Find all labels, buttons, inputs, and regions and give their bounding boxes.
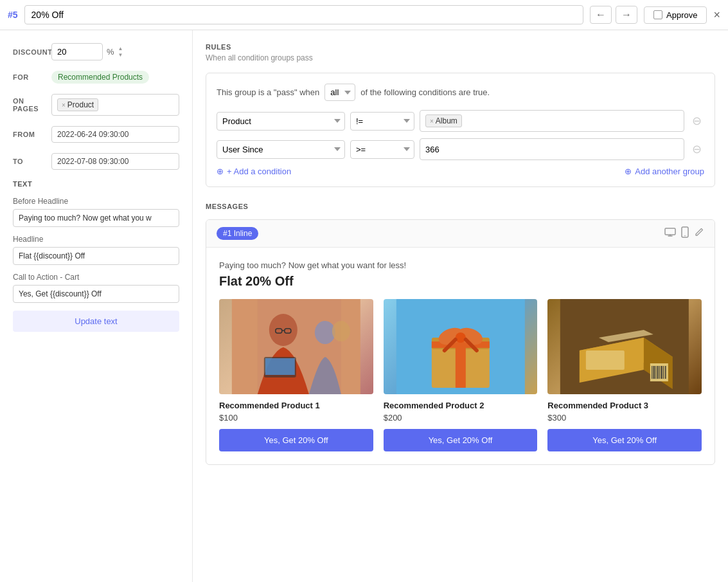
approve-label: Approve	[666, 10, 697, 20]
from-label: FROM	[13, 131, 51, 138]
approve-checkbox	[653, 10, 662, 19]
before-headline-label: Before Headline	[13, 197, 179, 206]
headline-label: Headline	[13, 235, 179, 244]
add-condition-label: + Add a condition	[227, 167, 291, 176]
close-button[interactable]: ×	[713, 8, 720, 22]
to-date-input[interactable]	[51, 153, 179, 170]
product-cta-btn-3[interactable]: Yes, Get 20% Off	[547, 429, 702, 451]
product-cta-btn-2[interactable]: Yes, Get 20% Off	[384, 429, 538, 451]
product-price-2: $200	[384, 413, 538, 423]
product-item-2: Recommended Product 2 $200 Yes, Get 20% …	[384, 299, 538, 451]
text-section-title: TEXT	[13, 180, 179, 188]
add-condition-icon: ⊕	[217, 167, 224, 176]
message-card: #1 Inline Paying too much?	[206, 219, 715, 465]
product-name-3: Recommended Product 3	[547, 401, 702, 410]
rules-title: RULES	[206, 43, 715, 51]
edit-icon-btn[interactable]	[694, 227, 704, 240]
condition-operator-select-1[interactable]: !=	[350, 112, 414, 131]
cta-label: Call to Action - Cart	[13, 273, 179, 282]
svg-rect-37	[586, 350, 625, 370]
from-date-input[interactable]	[51, 126, 179, 143]
svg-point-7	[332, 321, 350, 341]
preview-headline: Flat 20% Off	[219, 274, 702, 289]
condition-value-2[interactable]	[420, 138, 684, 160]
svg-point-20	[456, 332, 466, 343]
before-headline-input[interactable]	[13, 209, 179, 227]
svg-point-2	[684, 235, 686, 237]
add-group-label: Add another group	[635, 167, 704, 176]
condition-value-1[interactable]: × Album	[420, 110, 684, 132]
product-price-3: $300	[547, 413, 702, 423]
message-preview: Paying too much? Now get what you want f…	[206, 248, 715, 464]
add-condition-button[interactable]: ⊕ + Add a condition	[217, 167, 291, 176]
rules-box: This group is a "pass" when all of the f…	[206, 73, 715, 187]
svg-point-5	[269, 314, 297, 346]
value-tag-album: × Album	[425, 114, 462, 127]
group-pass-prefix: This group is a "pass" when	[217, 87, 319, 97]
mobile-icon-btn[interactable]	[681, 226, 689, 241]
product-cta-btn-1[interactable]: Yes, Get 20% Off	[219, 429, 373, 451]
product-name-2: Recommended Product 2	[384, 401, 538, 410]
title-input[interactable]	[24, 5, 583, 24]
add-group-icon: ⊕	[625, 167, 632, 176]
approve-button[interactable]: Approve	[644, 6, 707, 24]
album-tag-remove[interactable]: ×	[430, 118, 434, 125]
svg-rect-0	[665, 228, 675, 235]
condition-field-select-2[interactable]: User Since	[217, 140, 345, 159]
navigation-arrows: ← →	[590, 6, 637, 24]
condition-field-select-1[interactable]: Product	[217, 112, 345, 131]
product-name-1: Recommended Product 1	[219, 401, 373, 410]
products-grid: Recommended Product 1 $100 Yes, Get 20% …	[219, 299, 702, 451]
rules-subtitle: When all condition groups pass	[206, 53, 715, 62]
remove-condition-2-button[interactable]: ⊖	[689, 140, 704, 159]
to-label: TO	[13, 158, 51, 165]
on-pages-field[interactable]: × Product	[51, 94, 179, 116]
next-button[interactable]: →	[616, 6, 637, 24]
desktop-icon-btn[interactable]	[664, 228, 676, 239]
inline-badge: #1 Inline	[217, 227, 258, 240]
condition-operator-select-2[interactable]: >=	[350, 140, 414, 159]
pages-tag: × Product	[57, 98, 98, 111]
group-pass-suffix: of the following conditions are true.	[360, 87, 490, 97]
update-text-button[interactable]: Update text	[13, 311, 179, 332]
discount-input[interactable]	[51, 43, 103, 60]
product-item-1: Recommended Product 1 $100 Yes, Get 20% …	[219, 299, 373, 451]
condition-row-2: User Since >= ⊖	[217, 138, 704, 160]
discount-stepper[interactable]: ▲ ▼	[118, 46, 123, 58]
message-card-actions	[664, 226, 704, 241]
cta-input[interactable]	[13, 285, 179, 303]
preview-subtitle: Paying too much? Now get what you want f…	[219, 260, 702, 270]
record-number: #5	[8, 10, 18, 20]
discount-unit: %	[107, 47, 114, 57]
for-tag: Recommended Products	[51, 71, 149, 84]
product-price-1: $100	[219, 413, 373, 423]
pages-tag-remove[interactable]: ×	[62, 102, 66, 109]
for-label: FOR	[13, 73, 51, 81]
discount-label: DISCOUNT	[13, 48, 51, 56]
svg-rect-12	[265, 358, 295, 375]
product-item-3: Recommended Product 3 $300 Yes, Get 20% …	[547, 299, 702, 451]
condition-value-2-input[interactable]	[425, 145, 679, 154]
prev-button[interactable]: ←	[590, 6, 612, 24]
headline-input[interactable]	[13, 247, 179, 265]
pass-select[interactable]: all	[324, 84, 355, 101]
condition-row: Product != × Album ⊖	[217, 110, 704, 132]
add-group-button[interactable]: ⊕ Add another group	[625, 167, 704, 176]
on-pages-label: ON PAGES	[13, 94, 51, 113]
messages-title: MESSAGES	[206, 203, 715, 210]
remove-condition-1-button[interactable]: ⊖	[689, 111, 704, 131]
